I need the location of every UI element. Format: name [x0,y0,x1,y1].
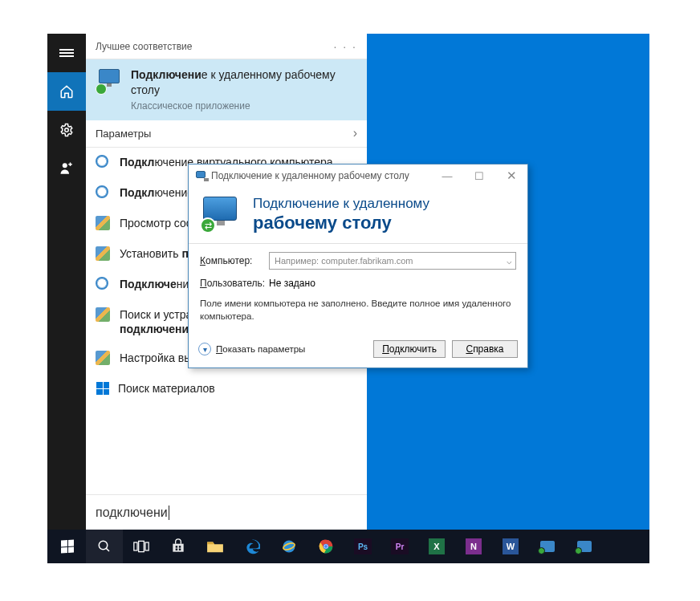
rdc-footer: ▾ Показать параметры Подключить Справка [189,335,527,368]
person-icon [59,161,74,176]
chevron-down-icon: ▾ [198,343,211,355]
onenote-taskbar-button[interactable]: N [455,530,492,563]
excel-icon: X [428,538,446,555]
help-button[interactable]: Справка [452,340,518,358]
svg-rect-10 [179,546,181,548]
chrome-taskbar-button[interactable] [307,530,344,563]
svg-point-1 [63,163,67,168]
best-match-item[interactable]: Подключение к удаленному рабочему столу … [86,59,367,120]
window-controls: — ☐ ✕ [431,164,527,187]
desktop-area: Лучшее соответствие · · · Подключение к … [47,34,649,563]
windows-icon [59,538,76,555]
rdc-banner-text: Подключение к удаленному рабочему столу [253,195,429,234]
minimize-button[interactable]: — [431,164,463,187]
connect-button[interactable]: Подключить [373,340,446,358]
taskview-button[interactable] [123,530,160,563]
gear-icon [59,123,74,137]
computer-combobox[interactable]: Например: computer.fabrikam.com ⌵ [269,252,516,270]
rdc-title-text: Подключение к удаленному рабочему столу [211,170,409,181]
rdc-taskbar-button-1[interactable] [529,530,566,563]
edge-taskbar-button[interactable] [234,530,271,563]
contact-rail-button[interactable] [47,149,86,188]
chevron-down-icon: ⌵ [507,256,512,266]
svg-rect-8 [145,542,149,550]
rdc-titlebar-icon [195,170,206,181]
svg-rect-7 [139,541,144,551]
parameters-label: Параметры [96,128,151,140]
chrome-icon [318,538,334,554]
network-icon [96,351,112,367]
parameters-section-header[interactable]: Параметры › [86,120,367,148]
rdc-titlebar[interactable]: Подключение к удаленному рабочему столу … [189,164,527,187]
computer-label: Компьютер: [200,255,261,266]
explorer-taskbar-button[interactable] [197,530,234,563]
gear-icon [96,155,112,171]
network-icon [96,216,112,232]
hamburger-button[interactable] [47,34,86,72]
computer-placeholder: Например: computer.fabrikam.com [275,256,413,266]
user-label: Пользователь: [200,278,261,289]
edge-icon [244,538,260,554]
svg-rect-9 [176,546,178,548]
svg-rect-12 [179,549,181,551]
taskview-icon [133,540,149,553]
rdc-icon [576,538,593,555]
onenote-icon: N [465,538,482,555]
word-icon: W [502,538,519,555]
best-match-subtitle: Классическое приложение [131,99,357,112]
rdc-app-icon [96,67,123,95]
ie-icon [281,538,297,554]
rdc-taskbar-button-2[interactable] [566,530,603,563]
svg-rect-3 [70,163,71,167]
start-left-rail [47,34,86,530]
svg-rect-6 [134,542,137,550]
hamburger-icon [59,47,74,59]
chevron-right-icon: › [353,126,357,140]
rdc-banner-icon [200,193,242,235]
premiere-taskbar-button[interactable]: Pr [381,530,418,563]
svg-point-18 [324,545,328,548]
settings-rail-button[interactable] [47,111,86,149]
best-match-label: Лучшее соответствие [96,41,192,52]
svg-line-5 [106,548,109,551]
show-options-button[interactable]: ▾ Показать параметры [198,343,305,355]
rdc-banner: Подключение к удаленному рабочему столу [189,187,527,243]
home-rail-button[interactable] [47,72,86,111]
store-taskbar-button[interactable] [160,530,197,563]
start-button[interactable] [49,530,86,563]
photoshop-taskbar-button[interactable]: Ps [344,530,381,563]
svg-point-4 [99,541,108,550]
user-value: Не задано [269,278,315,289]
ie-taskbar-button[interactable] [271,530,307,563]
pr-icon: Pr [391,538,409,554]
svg-rect-11 [176,549,178,551]
store-icon [170,538,186,554]
search-icon [97,539,112,554]
store-icon [96,381,110,396]
network-icon [96,307,112,323]
word-taskbar-button[interactable]: W [492,530,529,563]
rdc-icon [539,538,556,555]
close-button[interactable]: ✕ [495,164,527,187]
network-icon [96,246,112,262]
best-match-text: Подключение к удаленному рабочему столу … [131,67,357,112]
text-caret [169,506,169,520]
search-taskbar-button[interactable] [86,530,123,563]
gear-icon [96,185,112,201]
rdc-dialog: Подключение к удаленному рабочему столу … [188,164,528,368]
folder-icon [206,539,224,554]
list-item[interactable]: Поиск материалов [86,374,367,403]
taskbar: Ps Pr X N W [47,530,649,563]
search-input[interactable]: подключени [86,494,367,530]
rdc-body: Компьютер: Например: computer.fabrikam.c… [189,243,527,335]
rdc-help-message: Поле имени компьютера не заполнено. Введ… [200,297,516,323]
svg-point-0 [65,128,69,132]
best-match-header: Лучшее соответствие · · · [86,34,367,59]
gear-icon [96,277,112,293]
more-icon[interactable]: · · · [334,40,357,53]
home-icon [59,84,74,99]
excel-taskbar-button[interactable]: X [418,530,455,563]
ps-icon: Ps [354,538,372,554]
maximize-button[interactable]: ☐ [463,164,495,187]
search-text: подключени [96,506,168,520]
